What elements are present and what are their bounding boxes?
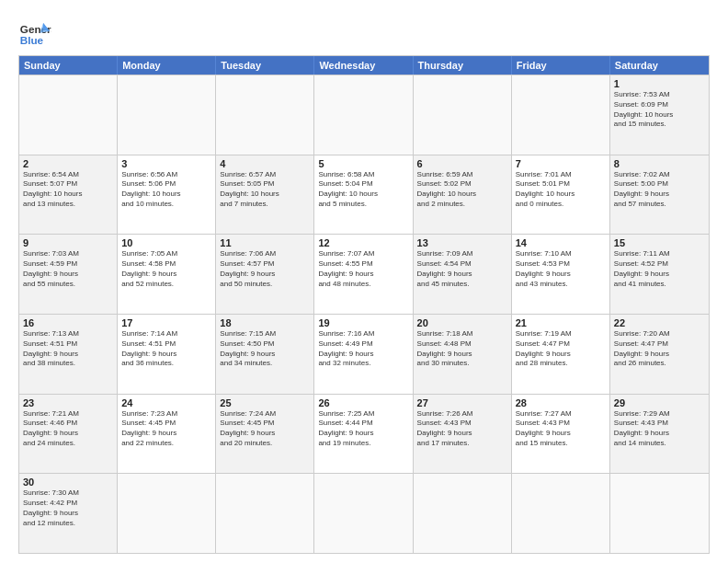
cell-info: Sunrise: 7:30 AM Sunset: 4:42 PM Dayligh… [23, 488, 113, 528]
page-header: General Blue [18, 15, 710, 48]
calendar-row: 9Sunrise: 7:03 AM Sunset: 4:59 PM Daylig… [19, 234, 709, 314]
calendar-cell: 21Sunrise: 7:19 AM Sunset: 4:47 PM Dayli… [512, 315, 610, 394]
calendar-cell: 20Sunrise: 7:18 AM Sunset: 4:48 PM Dayli… [414, 315, 512, 394]
day-header-saturday: Saturday [610, 56, 709, 75]
calendar-cell: 14Sunrise: 7:10 AM Sunset: 4:53 PM Dayli… [512, 235, 610, 314]
cell-info: Sunrise: 7:10 AM Sunset: 4:53 PM Dayligh… [516, 249, 606, 289]
day-number: 19 [318, 317, 408, 328]
day-header-monday: Monday [118, 56, 216, 75]
day-number: 27 [417, 397, 507, 408]
calendar-cell: 2Sunrise: 6:54 AM Sunset: 5:07 PM Daylig… [19, 155, 118, 235]
calendar-cell: 22Sunrise: 7:20 AM Sunset: 4:47 PM Dayli… [610, 315, 709, 394]
cell-info: Sunrise: 6:58 AM Sunset: 5:04 PM Dayligh… [318, 170, 408, 210]
calendar-cell [414, 474, 512, 553]
calendar-cell: 15Sunrise: 7:11 AM Sunset: 4:52 PM Dayli… [610, 235, 709, 314]
day-number: 9 [23, 237, 113, 248]
day-number: 30 [23, 477, 113, 488]
svg-text:Blue: Blue [20, 34, 44, 46]
calendar-cell: 29Sunrise: 7:29 AM Sunset: 4:43 PM Dayli… [610, 395, 709, 474]
day-number: 4 [220, 158, 310, 169]
day-number: 12 [318, 237, 408, 248]
day-number: 8 [614, 158, 705, 169]
day-number: 18 [220, 317, 310, 328]
cell-info: Sunrise: 7:07 AM Sunset: 4:55 PM Dayligh… [318, 249, 408, 289]
day-number: 25 [220, 397, 310, 408]
calendar-row: 23Sunrise: 7:21 AM Sunset: 4:46 PM Dayli… [19, 394, 709, 474]
calendar-cell: 26Sunrise: 7:25 AM Sunset: 4:44 PM Dayli… [314, 395, 413, 474]
calendar-cell: 24Sunrise: 7:23 AM Sunset: 4:45 PM Dayli… [118, 395, 216, 474]
day-number: 2 [23, 158, 113, 169]
cell-info: Sunrise: 7:18 AM Sunset: 4:48 PM Dayligh… [417, 329, 507, 369]
calendar-cell [118, 75, 216, 155]
calendar-cell [216, 75, 314, 155]
calendar-cell: 17Sunrise: 7:14 AM Sunset: 4:51 PM Dayli… [118, 315, 216, 394]
calendar-cell: 4Sunrise: 6:57 AM Sunset: 5:05 PM Daylig… [216, 155, 314, 235]
calendar-header: SundayMondayTuesdayWednesdayThursdayFrid… [19, 56, 709, 75]
cell-info: Sunrise: 7:15 AM Sunset: 4:50 PM Dayligh… [220, 329, 310, 369]
day-number: 5 [318, 158, 408, 169]
calendar-cell: 25Sunrise: 7:24 AM Sunset: 4:45 PM Dayli… [216, 395, 314, 474]
calendar-row: 30Sunrise: 7:30 AM Sunset: 4:42 PM Dayli… [19, 473, 709, 553]
cell-info: Sunrise: 6:57 AM Sunset: 5:05 PM Dayligh… [220, 170, 310, 210]
calendar-cell: 11Sunrise: 7:06 AM Sunset: 4:57 PM Dayli… [216, 235, 314, 314]
calendar: SundayMondayTuesdayWednesdayThursdayFrid… [18, 55, 710, 554]
calendar-cell: 8Sunrise: 7:02 AM Sunset: 5:00 PM Daylig… [610, 155, 709, 235]
cell-info: Sunrise: 7:21 AM Sunset: 4:46 PM Dayligh… [23, 409, 113, 449]
day-number: 7 [516, 158, 606, 169]
day-number: 24 [121, 397, 211, 408]
calendar-row: 1Sunrise: 7:53 AM Sunset: 6:09 PM Daylig… [19, 75, 709, 155]
day-header-thursday: Thursday [414, 56, 512, 75]
calendar-cell [314, 474, 413, 553]
day-number: 17 [121, 317, 211, 328]
calendar-cell: 16Sunrise: 7:13 AM Sunset: 4:51 PM Dayli… [19, 315, 118, 394]
calendar-cell: 27Sunrise: 7:26 AM Sunset: 4:43 PM Dayli… [414, 395, 512, 474]
calendar-row: 16Sunrise: 7:13 AM Sunset: 4:51 PM Dayli… [19, 314, 709, 394]
day-number: 28 [516, 397, 606, 408]
day-number: 1 [614, 78, 705, 89]
calendar-cell: 18Sunrise: 7:15 AM Sunset: 4:50 PM Dayli… [216, 315, 314, 394]
day-number: 10 [121, 237, 211, 248]
day-number: 21 [516, 317, 606, 328]
day-number: 20 [417, 317, 507, 328]
calendar-cell: 7Sunrise: 7:01 AM Sunset: 5:01 PM Daylig… [512, 155, 610, 235]
calendar-cell: 19Sunrise: 7:16 AM Sunset: 4:49 PM Dayli… [314, 315, 413, 394]
day-number: 6 [417, 158, 507, 169]
day-number: 22 [614, 317, 705, 328]
cell-info: Sunrise: 7:20 AM Sunset: 4:47 PM Dayligh… [614, 329, 705, 369]
cell-info: Sunrise: 7:14 AM Sunset: 4:51 PM Dayligh… [121, 329, 211, 369]
calendar-cell: 13Sunrise: 7:09 AM Sunset: 4:54 PM Dayli… [414, 235, 512, 314]
calendar-cell: 5Sunrise: 6:58 AM Sunset: 5:04 PM Daylig… [314, 155, 413, 235]
calendar-cell: 12Sunrise: 7:07 AM Sunset: 4:55 PM Dayli… [314, 235, 413, 314]
day-header-tuesday: Tuesday [216, 56, 314, 75]
cell-info: Sunrise: 6:54 AM Sunset: 5:07 PM Dayligh… [23, 170, 113, 210]
day-header-sunday: Sunday [19, 56, 118, 75]
calendar-cell [414, 75, 512, 155]
cell-info: Sunrise: 7:23 AM Sunset: 4:45 PM Dayligh… [121, 409, 211, 449]
day-header-wednesday: Wednesday [314, 56, 413, 75]
calendar-cell: 3Sunrise: 6:56 AM Sunset: 5:06 PM Daylig… [118, 155, 216, 235]
calendar-cell: 23Sunrise: 7:21 AM Sunset: 4:46 PM Dayli… [19, 395, 118, 474]
calendar-cell: 6Sunrise: 6:59 AM Sunset: 5:02 PM Daylig… [414, 155, 512, 235]
day-header-friday: Friday [512, 56, 610, 75]
cell-info: Sunrise: 7:03 AM Sunset: 4:59 PM Dayligh… [23, 249, 113, 289]
cell-info: Sunrise: 7:19 AM Sunset: 4:47 PM Dayligh… [516, 329, 606, 369]
cell-info: Sunrise: 7:27 AM Sunset: 4:43 PM Dayligh… [516, 409, 606, 449]
calendar-cell [314, 75, 413, 155]
cell-info: Sunrise: 7:16 AM Sunset: 4:49 PM Dayligh… [318, 329, 408, 369]
day-number: 15 [614, 237, 705, 248]
day-number: 29 [614, 397, 705, 408]
calendar-cell: 10Sunrise: 7:05 AM Sunset: 4:58 PM Dayli… [118, 235, 216, 314]
calendar-body: 1Sunrise: 7:53 AM Sunset: 6:09 PM Daylig… [19, 75, 709, 553]
cell-info: Sunrise: 6:59 AM Sunset: 5:02 PM Dayligh… [417, 170, 507, 210]
day-number: 26 [318, 397, 408, 408]
calendar-cell [610, 474, 709, 553]
day-number: 13 [417, 237, 507, 248]
calendar-cell [118, 474, 216, 553]
calendar-cell: 9Sunrise: 7:03 AM Sunset: 4:59 PM Daylig… [19, 235, 118, 314]
cell-info: Sunrise: 7:05 AM Sunset: 4:58 PM Dayligh… [121, 249, 211, 289]
calendar-cell: 28Sunrise: 7:27 AM Sunset: 4:43 PM Dayli… [512, 395, 610, 474]
cell-info: Sunrise: 7:26 AM Sunset: 4:43 PM Dayligh… [417, 409, 507, 449]
calendar-cell: 1Sunrise: 7:53 AM Sunset: 6:09 PM Daylig… [610, 75, 709, 155]
logo-icon: General Blue [18, 15, 51, 48]
cell-info: Sunrise: 7:09 AM Sunset: 4:54 PM Dayligh… [417, 249, 507, 289]
